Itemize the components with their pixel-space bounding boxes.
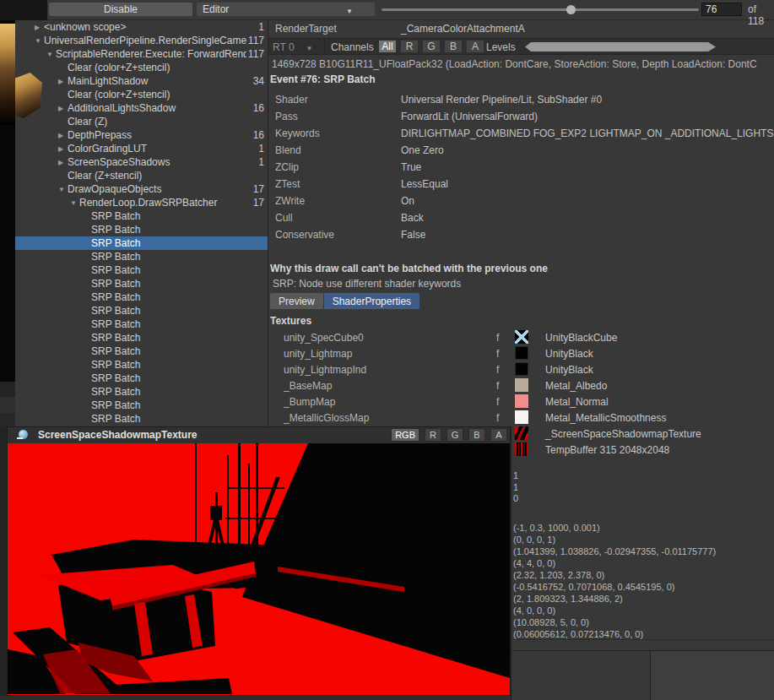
tree-item[interactable]: Clear (color+Z+stencil)	[15, 88, 268, 101]
preview-channel-button[interactable]: R	[425, 428, 441, 442]
expand-arrow-icon[interactable]: ▶	[58, 78, 68, 85]
tree-item[interactable]: ▼ DrawOpaqueObjects 17	[15, 182, 268, 196]
expand-arrow-icon[interactable]: ▼	[35, 37, 44, 45]
disable-button[interactable]: Disable	[48, 2, 193, 17]
tree-item[interactable]: Clear (color+Z+stencil)	[15, 61, 268, 74]
texture-thumbnail[interactable]	[515, 330, 528, 344]
tree-item[interactable]: SRP Batch	[15, 223, 268, 236]
tree-item[interactable]: SRP Batch	[15, 372, 268, 385]
event-number-field[interactable]: 76	[701, 3, 742, 16]
tree-item[interactable]: ▼ RenderLoop.DrawSRPBatcher 17	[15, 196, 268, 209]
tree-item[interactable]: ▶ ScreenSpaceShadows 1	[15, 155, 268, 169]
texture-row[interactable]: unity_SpecCube0 f UnityBlackCube	[268, 329, 774, 345]
texture-row[interactable]: _BaseMap f Metal_Albedo	[268, 377, 774, 393]
tree-item[interactable]: SRP Batch	[15, 399, 268, 412]
texture-row[interactable]: unity_Lightmap f UnityBlack	[268, 345, 774, 361]
texture-row[interactable]: unity_LightmapInd f UnityBlack	[268, 361, 774, 377]
tree-item[interactable]: SRP Batch	[15, 277, 268, 290]
expand-arrow-icon[interactable]: ▼	[46, 51, 56, 58]
expand-arrow-icon[interactable]: ▼	[58, 186, 68, 193]
slider-handle[interactable]	[566, 5, 576, 14]
texture-property: _MetallicGlossMap	[284, 412, 369, 424]
texture-thumbnail[interactable]	[515, 410, 528, 424]
texture-name: UnityBlackCube	[545, 332, 617, 344]
expand-arrow-icon[interactable]: ▶	[58, 159, 68, 166]
tree-item-label: MainLightShadow	[68, 75, 252, 87]
expand-arrow-icon[interactable]: ▶	[58, 145, 68, 153]
property-row: Conservative False	[268, 226, 774, 243]
tree-item[interactable]: SRP Batch	[15, 412, 268, 426]
tree-item[interactable]: SRP Batch	[15, 317, 268, 331]
texture-property: unity_LightmapInd	[284, 364, 366, 376]
property-value: True	[401, 161, 774, 173]
texture-thumbnail[interactable]	[515, 362, 528, 376]
tree-item[interactable]: SRP Batch	[15, 209, 268, 223]
value-line: (4, 0, 0, 0)	[513, 605, 716, 616]
tree-item-label: SRP Batch	[91, 237, 263, 249]
expand-arrow-icon[interactable]: ▶	[58, 105, 68, 112]
texture-thumbnail[interactable]	[515, 442, 528, 456]
expand-arrow-icon[interactable]: ▶	[35, 24, 44, 31]
panel-divider[interactable]	[268, 20, 268, 428]
value-line: (-1, 0.3, 1000, 0.001)	[513, 522, 716, 534]
tree-item[interactable]: SRP Batch	[15, 304, 268, 317]
preview-channel-button[interactable]: B	[468, 428, 485, 442]
tree-item[interactable]: ▶ ColorGradingLUT 1	[15, 142, 268, 155]
tree-item[interactable]: SRP Batch	[15, 385, 268, 399]
tree-item[interactable]: Clear (Z)	[15, 115, 268, 128]
channel-button[interactable]: B	[444, 40, 463, 53]
property-value: On	[401, 195, 774, 207]
preview-channel-button[interactable]: A	[490, 428, 507, 442]
preview-header[interactable]: ScreenSpaceShadowmapTexture RGBRGBA	[8, 427, 510, 443]
tree-item[interactable]: ▼ UniversalRenderPipeline.RenderSingleCa…	[15, 34, 268, 47]
tree-item-count: 1	[257, 21, 268, 33]
tree-item[interactable]: ▼ ScriptableRenderer.Execute: ForwardRen…	[15, 47, 268, 61]
channel-button[interactable]: All	[378, 40, 397, 53]
expand-arrow-icon[interactable]: ▼	[70, 199, 79, 207]
rt-index-dropdown[interactable]: RT 0▼	[273, 41, 313, 53]
event-slider[interactable]	[382, 8, 699, 11]
panel-divider	[511, 639, 774, 640]
detail-tab[interactable]: ShaderProperties	[324, 292, 420, 310]
preview-channel-button[interactable]: G	[447, 428, 463, 442]
preview-channel-button[interactable]: RGB	[391, 428, 419, 442]
texture-row[interactable]: _MetallicGlossMap f Metal_MetallicSmooth…	[268, 410, 774, 426]
target-dropdown[interactable]: Editor ▼	[196, 2, 376, 17]
property-label: Shader	[268, 94, 401, 106]
textures-section-title: Textures	[270, 315, 311, 327]
tree-item[interactable]: SRP Batch	[15, 358, 268, 372]
tree-item[interactable]: SRP Batch	[15, 263, 268, 277]
texture-thumbnail[interactable]	[515, 426, 528, 440]
texture-flag: f	[496, 396, 499, 408]
texture-thumbnail[interactable]	[515, 394, 528, 408]
tree-item[interactable]: SRP Batch	[15, 290, 268, 304]
channel-button[interactable]: G	[422, 40, 441, 53]
tree-item-label: RenderLoop.DrawSRPBatcher	[79, 197, 252, 209]
property-row: Blend One Zero	[268, 142, 774, 159]
tree-item[interactable]: Clear (Z+stencil)	[15, 169, 268, 182]
tree-item[interactable]: SRP Batch	[15, 236, 268, 250]
detail-tab[interactable]: Preview	[269, 292, 324, 310]
backdrop-band	[0, 382, 15, 397]
tree-item[interactable]: ▶ AdditionalLightsShadow 16	[15, 101, 268, 115]
tree-item[interactable]: SRP Batch	[15, 331, 268, 345]
texture-thumbnail[interactable]	[515, 378, 528, 392]
preview-gutter	[0, 426, 7, 700]
shadowmap-preview-image[interactable]	[8, 443, 510, 695]
levels-range-slider[interactable]	[525, 42, 716, 52]
tree-item-label: SRP Batch	[91, 278, 263, 290]
expand-arrow-icon[interactable]: ▶	[58, 132, 68, 139]
tree-item[interactable]: ▶ MainLightShadow 34	[15, 74, 268, 88]
texture-thumbnail[interactable]	[515, 346, 528, 360]
tree-item[interactable]: ▶ <unknown scope> 1	[15, 20, 268, 34]
target-dropdown-label: Editor	[203, 3, 229, 15]
channel-button[interactable]: A	[466, 40, 484, 53]
tree-item[interactable]: ▶ DepthPrepass 16	[15, 128, 268, 142]
property-label: ZWrite	[268, 195, 401, 207]
preview-channel-buttons: RGBRGBA	[391, 428, 507, 442]
tree-item[interactable]: SRP Batch	[15, 345, 268, 358]
tree-item[interactable]: SRP Batch	[15, 250, 268, 263]
texture-row[interactable]: _BumpMap f Metal_Normal	[268, 393, 774, 410]
channel-button[interactable]: R	[400, 40, 419, 53]
tree-item-count: 16	[252, 129, 268, 141]
